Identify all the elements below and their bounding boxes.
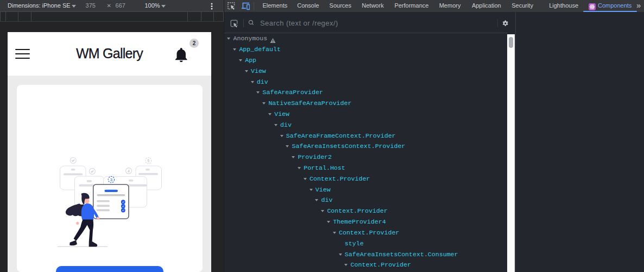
svg-text:4: 4 — [128, 169, 130, 173]
svg-text:3: 3 — [110, 177, 112, 182]
svg-text:5: 5 — [147, 159, 149, 163]
